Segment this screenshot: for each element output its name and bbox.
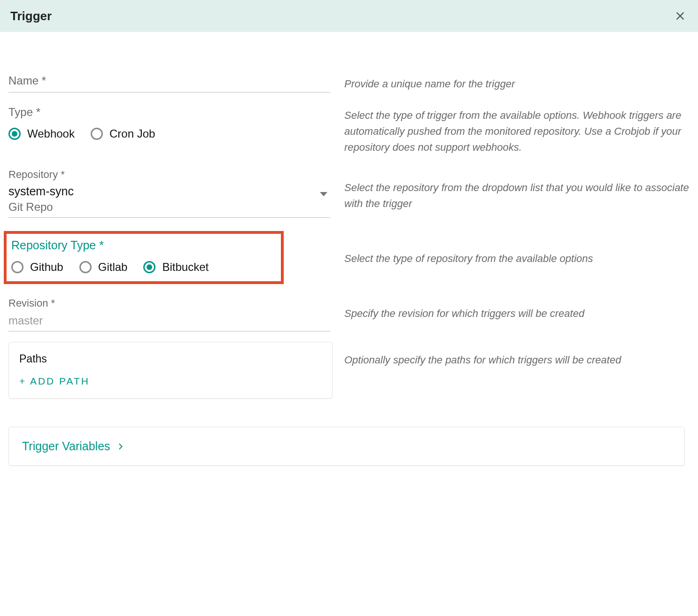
revision-input[interactable]: [8, 312, 330, 331]
repository-select-value: system-sync: [8, 184, 330, 200]
trigger-variables-title: Trigger Variables: [22, 439, 110, 453]
repository-type-highlight: Repository Type * Github Gitlab Bitbucke…: [4, 231, 284, 284]
repo-type-option-bitbucket[interactable]: Bitbucket: [143, 261, 209, 274]
repository-help: Select the repository from the dropdown …: [344, 180, 690, 212]
radio-label: Webhook: [27, 127, 75, 140]
chevron-right-icon: [117, 439, 124, 453]
radio-icon: [143, 261, 155, 273]
paths-card: Paths + ADD PATH: [8, 342, 333, 399]
name-input-underline[interactable]: [8, 92, 330, 92]
trigger-variables-card[interactable]: Trigger Variables: [8, 427, 685, 466]
dialog-title: Trigger: [10, 9, 52, 23]
repository-type-help: Select the type of repository from the a…: [344, 251, 690, 267]
repository-select-sub: Git Repo: [8, 200, 330, 215]
chevron-down-icon: [320, 192, 327, 196]
revision-help: Specify the revision for which triggers …: [344, 306, 690, 322]
add-path-label: + ADD PATH: [19, 376, 90, 387]
radio-label: Gitlab: [98, 261, 128, 274]
radio-icon: [11, 261, 23, 273]
repository-type-radio-group: Github Gitlab Bitbucket: [11, 261, 276, 274]
close-button[interactable]: [673, 8, 688, 23]
type-option-cronjob[interactable]: Cron Job: [91, 127, 155, 140]
repository-label: Repository *: [8, 169, 330, 181]
radio-icon: [91, 128, 103, 140]
radio-icon: [8, 128, 21, 140]
type-help: Select the type of trigger from the avai…: [344, 108, 690, 155]
add-path-button[interactable]: + ADD PATH: [19, 376, 90, 387]
paths-help: Optionally specify the paths for which t…: [344, 352, 690, 368]
repo-type-option-gitlab[interactable]: Gitlab: [79, 261, 128, 274]
dialog-header: Trigger: [0, 0, 698, 32]
type-label: Type *: [8, 106, 330, 119]
radio-icon: [79, 261, 92, 273]
close-icon: [675, 11, 685, 21]
revision-label: Revision *: [8, 297, 330, 309]
paths-title: Paths: [19, 353, 322, 365]
repository-type-label: Repository Type *: [11, 239, 276, 252]
repository-select[interactable]: system-sync Git Repo: [8, 184, 330, 218]
type-radio-group: Webhook Cron Job: [8, 127, 330, 140]
repo-type-option-github[interactable]: Github: [11, 261, 63, 274]
radio-label: Github: [30, 261, 63, 274]
type-option-webhook[interactable]: Webhook: [8, 127, 75, 140]
name-help: Provide a unique name for the trigger: [344, 76, 690, 92]
name-label: Name *: [8, 74, 330, 87]
radio-label: Bitbucket: [162, 261, 209, 274]
radio-label: Cron Job: [109, 127, 155, 140]
